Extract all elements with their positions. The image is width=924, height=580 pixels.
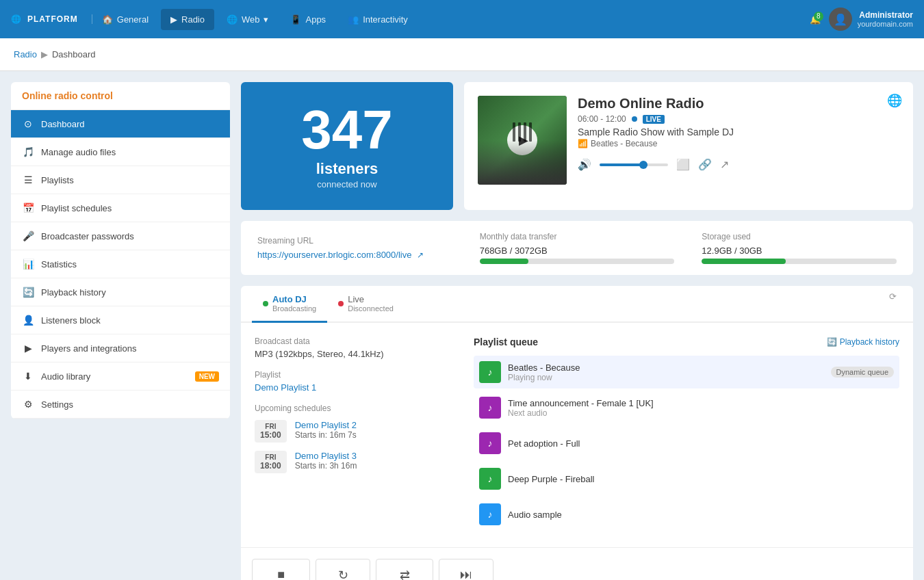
volume-slider[interactable]: [600, 163, 668, 166]
sidebar-item-broadcaster-passwords[interactable]: 🎤 Broadcaster passwords: [11, 222, 230, 250]
stop-icon: ■: [277, 568, 285, 580]
streaming-url-link[interactable]: https://yourserver.brlogic.com:8000/live: [257, 250, 411, 260]
sidebar: Online radio control ⊙ Dashboard 🎵 Manag…: [11, 82, 230, 580]
sidebar-item-dashboard[interactable]: ⊙ Dashboard: [11, 110, 230, 138]
stats-row: Streaming URL https://yourserver.brlogic…: [241, 221, 913, 275]
sidebar-item-settings[interactable]: ⚙ Settings: [11, 391, 230, 419]
user-domain: yourdomain.com: [858, 20, 913, 28]
sidebar-item-manage-audio[interactable]: 🎵 Manage audio files: [11, 138, 230, 166]
auto-dj-tab-content: Auto DJ Broadcasting: [272, 294, 316, 313]
sidebar-item-listeners-block[interactable]: 👤 Listeners block: [11, 306, 230, 334]
queue-text-5: Audio sample: [508, 510, 894, 520]
queue-item-4[interactable]: ♪ Deep Purple - Fireball: [474, 462, 899, 495]
library-icon: ⬇: [22, 371, 34, 382]
storage-bar: [702, 259, 897, 264]
chevron-down-icon: ▾: [264, 14, 268, 25]
main-content: 347 listeners connected now 🌐: [241, 82, 913, 580]
sidebar-item-audio-library[interactable]: ⬇ Audio library NEW: [11, 362, 230, 391]
queue-header: Playlist queue 🔄 Playback history: [474, 337, 899, 347]
user-name: Administrator: [858, 10, 913, 20]
listeners-label: listeners: [316, 160, 378, 178]
schedules-label: Upcoming schedules: [255, 404, 460, 413]
globe-button[interactable]: 🌐: [887, 93, 902, 108]
home-icon: 🏠: [102, 14, 113, 25]
dashboard-icon: ⊙: [22, 118, 34, 129]
external-link-icon[interactable]: ↗: [417, 250, 424, 260]
nav-right: 🔔 8 👤 Administrator yourdomain.com: [810, 8, 913, 31]
tab-live[interactable]: Live Disconnected: [327, 286, 405, 323]
playlist-link[interactable]: Demo Playlist 1: [255, 382, 316, 393]
volume-thumb: [639, 161, 647, 169]
volume-icon[interactable]: 🔊: [578, 158, 591, 171]
skip-audio-button[interactable]: ⏭ SkipAudio: [439, 559, 493, 580]
listeners-card: 347 listeners connected now: [241, 82, 453, 210]
schedule-playlist-1[interactable]: Demo Playlist 2: [295, 420, 357, 430]
sidebar-item-playback-history[interactable]: 🔄 Playback history: [11, 278, 230, 306]
nav-apps[interactable]: 📱 Apps: [281, 9, 335, 30]
radio-title: Demo Online Radio: [578, 96, 899, 111]
change-playlist-button[interactable]: ⇄ ChangePlaylist: [376, 559, 433, 580]
playlist-label: Playlist: [255, 370, 460, 380]
queue-thumb-5: ♪: [479, 503, 501, 525]
queue-text-2: Time announcement - Female 1 [UK] Next a…: [508, 398, 894, 418]
notification-bell[interactable]: 🔔 8: [810, 14, 821, 25]
breadcrumb-parent[interactable]: Radio: [14, 49, 37, 60]
broadcast-data-value: MP3 (192kbps, Stereo, 44.1kHz): [255, 349, 460, 359]
playback-history-link[interactable]: 🔄 Playback history: [827, 337, 899, 347]
live-badge: LIVE: [643, 115, 665, 124]
notification-badge: 8: [814, 12, 823, 21]
queue-item-5[interactable]: ♪ Audio sample: [474, 498, 899, 531]
nav-web[interactable]: 🌐 Web ▾: [217, 9, 279, 30]
user-menu[interactable]: 👤 Administrator yourdomain.com: [829, 8, 913, 31]
history-icon: 🔄: [827, 337, 837, 347]
monthly-transfer-fill: [480, 259, 528, 264]
queue-thumb-2: ♪: [479, 397, 501, 419]
breadcrumb-arrow: ▶: [41, 49, 48, 60]
turn-off-autodj-button[interactable]: ■ Turn OffAuto DJ: [252, 559, 310, 580]
queue-text-1: Beatles - Because Playing now: [508, 362, 824, 382]
link-icon[interactable]: 🔗: [698, 158, 712, 171]
brand-logo[interactable]: 🌐 PLATFORM: [11, 14, 92, 24]
queue-thumb-1: ♪: [479, 361, 501, 383]
tabs-content: Broadcast data MP3 (192kbps, Stereo, 44.…: [241, 323, 913, 547]
mini-player-icon[interactable]: ⬜: [676, 158, 690, 171]
reload-playlist-button[interactable]: ↻ ReloadPlaylist: [316, 559, 370, 580]
nav-items: 🏠 General ▶ Radio 🌐 Web ▾ 📱 Apps 👥 Inter…: [92, 9, 810, 30]
queue-text-4: Deep Purple - Fireball: [508, 474, 894, 484]
sidebar-item-playlist-schedules[interactable]: 📅 Playlist schedules: [11, 194, 230, 222]
globe-icon: 🌐: [11, 14, 22, 24]
sidebar-item-playlists[interactable]: ☰ Playlists: [11, 166, 230, 194]
tabs-panel: Auto DJ Broadcasting Live Disconnected ⟳: [241, 286, 913, 580]
queue-item-2[interactable]: ♪ Time announcement - Female 1 [UK] Next…: [474, 391, 899, 424]
nav-interactivity[interactable]: 👥 Interactivity: [338, 9, 418, 30]
sidebar-item-statistics[interactable]: 📊 Statistics: [11, 250, 230, 278]
monthly-transfer-value: 768GB / 3072GB: [480, 246, 675, 256]
people-icon: 👥: [348, 14, 359, 25]
schedules-section: Upcoming schedules FRI 15:00 Demo Playli…: [255, 404, 460, 473]
refresh-button[interactable]: ⟳: [884, 286, 902, 321]
skip-icon: ⏭: [460, 568, 472, 580]
radio-time: 06:00 - 12:00 LIVE: [578, 114, 899, 124]
sidebar-item-players-integrations[interactable]: ▶ Players and integrations: [11, 334, 230, 362]
listeners-count: 347: [301, 103, 392, 157]
streaming-url-label: Streaming URL: [257, 236, 452, 246]
schedule-playlist-2[interactable]: Demo Playlist 3: [295, 451, 357, 461]
top-navigation: 🌐 PLATFORM 🏠 General ▶ Radio 🌐 Web ▾ 📱 A…: [0, 0, 924, 38]
monthly-transfer-bar: [480, 259, 675, 264]
breadcrumb-current: Dashboard: [52, 49, 96, 60]
schedule-info-2: Demo Playlist 3 Starts in: 3h 16m: [295, 451, 357, 471]
settings-icon: ⚙: [22, 399, 34, 410]
share-icon[interactable]: ↗: [720, 158, 729, 171]
nav-general[interactable]: 🏠 General: [92, 9, 158, 30]
change-icon: ⇄: [400, 568, 410, 580]
schedule-day-1: FRI 15:00: [255, 420, 287, 443]
reload-icon: ↻: [338, 568, 348, 580]
queue-item-3[interactable]: ♪ Pet adoption - Full: [474, 427, 899, 460]
queue-text-3: Pet adoption - Full: [508, 438, 894, 449]
sidebar-title: Online radio control: [11, 82, 230, 110]
nav-radio[interactable]: ▶ Radio: [161, 9, 214, 30]
radio-controls: 🔊 ⬜ 🔗 ↗: [578, 158, 899, 171]
main-layout: Online radio control ⊙ Dashboard 🎵 Manag…: [0, 71, 924, 580]
tab-auto-dj[interactable]: Auto DJ Broadcasting: [252, 286, 327, 323]
queue-item-1[interactable]: ♪ Beatles - Because Playing now Dynamic …: [474, 356, 899, 388]
